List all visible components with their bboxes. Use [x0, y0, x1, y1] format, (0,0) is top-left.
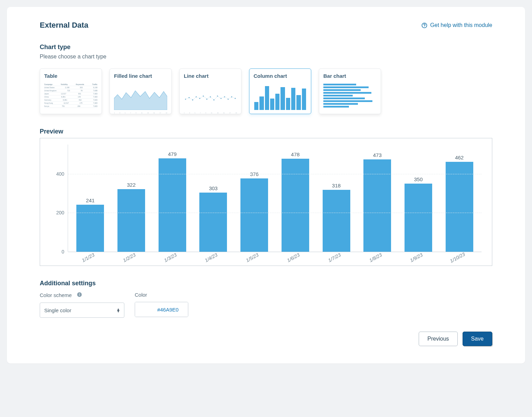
preview-title: Preview — [40, 128, 492, 135]
previous-button[interactable]: Previous — [419, 332, 457, 346]
chart-x-axis: 1/1/231/2/231/3/231/4/231/5/231/6/231/7/… — [68, 254, 482, 259]
svg-point-11 — [217, 95, 218, 96]
svg-point-8 — [206, 99, 207, 100]
module-card: External Data Get help with this module … — [7, 7, 525, 363]
chart-bar: 478 — [275, 145, 316, 252]
help-link-label: Get help with this module — [430, 22, 492, 28]
wizard-buttons: Previous Save — [40, 332, 492, 346]
svg-point-6 — [199, 98, 200, 99]
color-scheme-field: Color scheme Single color ▲▼ — [40, 292, 124, 318]
bar-value-label: 376 — [250, 171, 259, 177]
svg-point-4 — [192, 99, 193, 100]
svg-point-1 — [424, 26, 425, 27]
chart-type-title: Chart type — [40, 44, 492, 51]
chart-bar: 350 — [398, 145, 439, 252]
bar-value-label: 303 — [209, 185, 218, 191]
y-tick: 200 — [56, 210, 64, 215]
svg-point-2 — [185, 99, 186, 100]
chart-type-options: Table CampaignVisibilityKeywordsTraffic … — [40, 68, 492, 114]
color-input[interactable] — [135, 302, 188, 317]
chart-plot: 241322479303376478318473350462 — [68, 145, 482, 252]
y-tick: 400 — [56, 171, 64, 177]
bar-value-label: 322 — [127, 182, 136, 188]
bar-value-label: 350 — [414, 176, 422, 182]
chart-option-label: Filled line chart — [114, 73, 167, 79]
svg-rect-18 — [79, 294, 79, 296]
color-scheme-label: Color scheme — [40, 292, 124, 298]
chart-y-axis: 0200400 — [50, 145, 68, 252]
svg-point-3 — [189, 97, 190, 98]
svg-point-10 — [213, 99, 215, 100]
bar-thumb-icon — [323, 83, 377, 110]
info-icon[interactable] — [77, 292, 82, 298]
bar-value-label: 462 — [455, 155, 464, 160]
additional-settings-title: Additional settings — [40, 280, 492, 287]
bar-value-label: 241 — [86, 197, 95, 203]
line-thumb-icon: 135791113151719 — [184, 83, 237, 110]
color-hex-input[interactable] — [135, 302, 188, 317]
chart-option-label: Bar chart — [323, 73, 377, 79]
header-row: External Data Get help with this module — [40, 21, 492, 30]
bar-value-label: 473 — [373, 152, 382, 158]
color-field: Color — [135, 292, 188, 318]
svg-point-12 — [220, 98, 221, 99]
svg-point-7 — [203, 95, 204, 96]
svg-point-5 — [196, 96, 197, 97]
chart-bar: 479 — [152, 145, 193, 252]
bar-value-label: 479 — [168, 151, 177, 157]
chart-option-label: Column chart — [254, 73, 307, 79]
chart-bar: 322 — [111, 145, 152, 252]
chart-bar: 462 — [439, 145, 480, 252]
bar-value-label: 318 — [332, 183, 341, 188]
svg-point-16 — [235, 98, 236, 99]
svg-point-9 — [210, 96, 211, 97]
page-title: External Data — [40, 21, 88, 30]
chart-bar: 303 — [193, 145, 234, 252]
filled-line-thumb-icon: 135791113151719 — [114, 83, 167, 110]
save-button[interactable]: Save — [463, 332, 492, 346]
chart-option-label: Line chart — [184, 73, 237, 79]
column-thumb-icon — [254, 83, 307, 110]
svg-point-19 — [79, 293, 80, 294]
chart-type-subtitle: Please choose a chart type — [40, 54, 492, 60]
chart-bar: 376 — [234, 145, 275, 252]
chart-option-table[interactable]: Table CampaignVisibilityKeywordsTraffic … — [40, 68, 102, 114]
chart-option-filled-line[interactable]: Filled line chart 135791113151719 — [110, 68, 172, 114]
color-scheme-select[interactable]: Single color — [40, 303, 124, 318]
svg-point-13 — [224, 96, 225, 97]
chart-option-line[interactable]: Line chart 135791113151719 — [179, 68, 241, 114]
help-icon — [421, 22, 427, 28]
chart-option-column[interactable]: Column chart — [249, 68, 311, 114]
table-thumb-icon: CampaignVisibilityKeywordsTraffic United… — [44, 83, 97, 110]
chart-plot-area: 0200400 241322479303376478318473350462 — [50, 145, 482, 252]
help-link[interactable]: Get help with this module — [421, 22, 492, 28]
preview-chart: 0200400 241322479303376478318473350462 1… — [40, 138, 492, 266]
svg-point-15 — [231, 96, 232, 97]
settings-row: Color scheme Single color ▲▼ Color — [40, 292, 492, 318]
bar-value-label: 478 — [291, 151, 300, 157]
chart-option-bar[interactable]: Bar chart — [319, 68, 381, 114]
y-tick: 0 — [61, 249, 64, 254]
svg-point-14 — [228, 99, 229, 100]
chart-option-label: Table — [44, 73, 97, 79]
chart-bar: 473 — [357, 145, 398, 252]
chart-bar: 318 — [316, 145, 357, 252]
color-label: Color — [135, 292, 188, 298]
chart-bar: 241 — [70, 145, 111, 252]
